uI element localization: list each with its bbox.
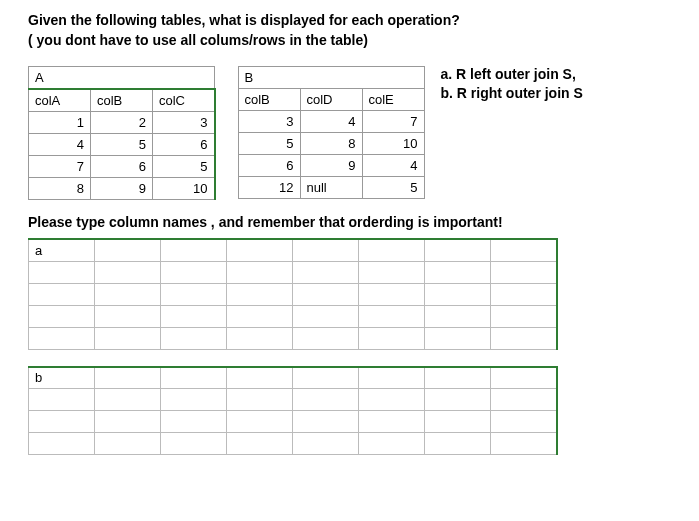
answer-cell[interactable]	[227, 327, 293, 349]
answer-cell[interactable]	[359, 411, 425, 433]
answer-cell[interactable]	[161, 367, 227, 389]
answer-cell[interactable]	[425, 305, 491, 327]
table-a-cell: 6	[91, 156, 153, 178]
answer-cell[interactable]	[491, 433, 557, 455]
answer-cell[interactable]	[491, 389, 557, 411]
table-a-cell: 4	[29, 134, 91, 156]
answer-cell[interactable]	[227, 367, 293, 389]
answer-cell[interactable]	[161, 433, 227, 455]
answer-cell[interactable]	[491, 239, 557, 261]
answer-cell[interactable]	[425, 239, 491, 261]
answer-cell[interactable]	[425, 389, 491, 411]
answer-cell[interactable]	[95, 433, 161, 455]
answer-cell[interactable]	[29, 411, 95, 433]
answer-cell[interactable]	[293, 283, 359, 305]
answer-cell[interactable]	[161, 411, 227, 433]
table-a-cell: 8	[29, 178, 91, 200]
legend: a. R left outer join S, b. R right outer…	[441, 66, 583, 104]
answer-cell[interactable]	[227, 283, 293, 305]
table-a-name: A	[29, 67, 215, 90]
answer-cell[interactable]	[359, 305, 425, 327]
answer-cell[interactable]	[359, 239, 425, 261]
answer-cell[interactable]	[359, 283, 425, 305]
question-subtitle: ( you dont have to use all colums/rows i…	[28, 32, 671, 48]
answer-b-label: b	[29, 367, 95, 389]
answer-cell[interactable]	[161, 327, 227, 349]
answer-cell[interactable]	[425, 433, 491, 455]
legend-a: a. R left outer join S,	[441, 66, 583, 82]
table-b-header-0: colB	[238, 89, 300, 111]
answer-cell[interactable]	[359, 433, 425, 455]
answer-cell[interactable]	[161, 261, 227, 283]
table-b-cell: 3	[238, 111, 300, 133]
answer-cell[interactable]	[293, 305, 359, 327]
answer-cell[interactable]	[359, 327, 425, 349]
table-b-cell: 4	[362, 155, 424, 177]
answer-cell[interactable]	[491, 367, 557, 389]
answer-cell[interactable]	[293, 261, 359, 283]
answer-cell[interactable]	[227, 389, 293, 411]
question-title: Given the following tables, what is disp…	[28, 12, 671, 28]
answer-cell[interactable]	[227, 433, 293, 455]
answer-table-b[interactable]: b	[28, 366, 558, 456]
answer-cell[interactable]	[293, 327, 359, 349]
answer-cell[interactable]	[29, 305, 95, 327]
answer-cell[interactable]	[491, 261, 557, 283]
answer-cell[interactable]	[227, 305, 293, 327]
answer-cell[interactable]	[293, 239, 359, 261]
table-b-cell: 10	[362, 133, 424, 155]
answer-cell[interactable]	[161, 389, 227, 411]
tables-row: A colA colB colC 1 2 3 4 5 6 7 6 5 8 9 1…	[28, 66, 671, 200]
answer-cell[interactable]	[161, 283, 227, 305]
table-b-cell: 7	[362, 111, 424, 133]
answer-cell[interactable]	[29, 327, 95, 349]
table-a-cell: 2	[91, 112, 153, 134]
answer-cell[interactable]	[95, 261, 161, 283]
table-b-cell: null	[300, 177, 362, 199]
table-a-header-2: colC	[153, 89, 215, 112]
answer-cell[interactable]	[491, 327, 557, 349]
answer-cell[interactable]	[95, 283, 161, 305]
answer-cell[interactable]	[491, 283, 557, 305]
answer-cell[interactable]	[227, 411, 293, 433]
answer-cell[interactable]	[359, 261, 425, 283]
answer-cell[interactable]	[425, 411, 491, 433]
answer-cell[interactable]	[425, 367, 491, 389]
answer-cell[interactable]	[359, 367, 425, 389]
table-b-cell: 4	[300, 111, 362, 133]
answer-cell[interactable]	[29, 389, 95, 411]
answer-cell[interactable]	[227, 239, 293, 261]
table-b-name: B	[238, 67, 424, 89]
answer-cell[interactable]	[293, 433, 359, 455]
answer-cell[interactable]	[293, 389, 359, 411]
table-a-cell: 5	[91, 134, 153, 156]
answer-cell[interactable]	[95, 239, 161, 261]
answer-cell[interactable]	[95, 389, 161, 411]
answer-a-label: a	[29, 239, 95, 261]
answer-cell[interactable]	[425, 283, 491, 305]
answer-cell[interactable]	[425, 327, 491, 349]
answer-cell[interactable]	[227, 261, 293, 283]
answer-cell[interactable]	[95, 327, 161, 349]
answer-cell[interactable]	[425, 261, 491, 283]
answer-cell[interactable]	[29, 283, 95, 305]
answer-cell[interactable]	[491, 305, 557, 327]
table-b-cell: 12	[238, 177, 300, 199]
answer-table-a[interactable]: a	[28, 238, 558, 350]
instruction-text: Please type column names , and remember …	[28, 214, 671, 230]
answer-cell[interactable]	[293, 367, 359, 389]
answer-cell[interactable]	[29, 261, 95, 283]
table-a-cell: 5	[153, 156, 215, 178]
answer-cell[interactable]	[95, 305, 161, 327]
answer-cell[interactable]	[161, 239, 227, 261]
answer-cell[interactable]	[161, 305, 227, 327]
answer-cell[interactable]	[359, 389, 425, 411]
answer-cell[interactable]	[29, 433, 95, 455]
answer-cell[interactable]	[293, 411, 359, 433]
table-a-cell: 9	[91, 178, 153, 200]
answer-cell[interactable]	[95, 367, 161, 389]
table-b-header-1: colD	[300, 89, 362, 111]
answer-cell[interactable]	[491, 411, 557, 433]
table-b-cell: 8	[300, 133, 362, 155]
answer-cell[interactable]	[95, 411, 161, 433]
